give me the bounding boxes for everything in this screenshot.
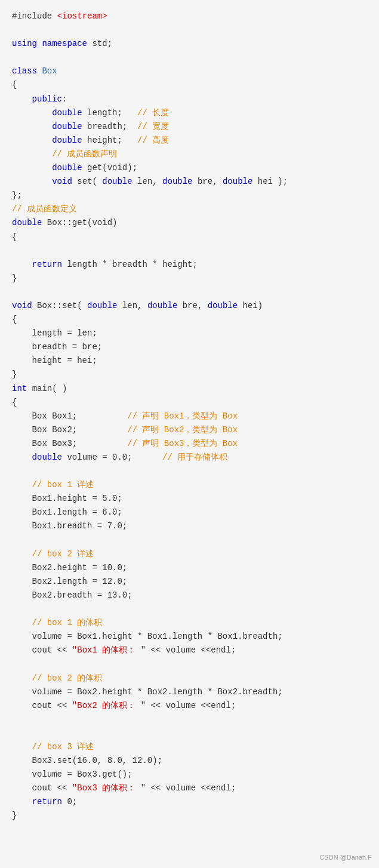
code-container: #include <iostream> using namespace std;… <box>0 0 379 868</box>
code-block: #include <iostream> using namespace std;… <box>12 10 367 823</box>
footer-text: CSDN @Danah.F <box>319 852 372 863</box>
